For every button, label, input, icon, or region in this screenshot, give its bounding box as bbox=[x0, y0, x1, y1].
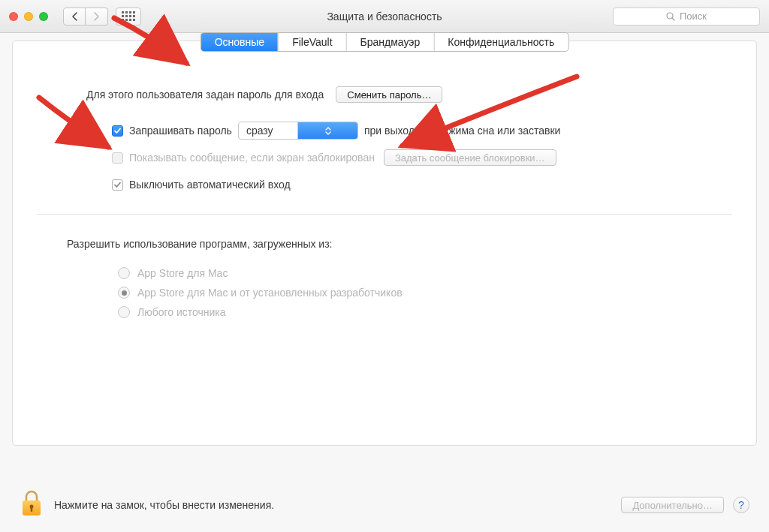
titlebar: Защита и безопасность Поиск bbox=[0, 0, 769, 33]
change-password-button[interactable]: Сменить пароль… bbox=[336, 86, 442, 103]
content-area: Основные FileVault Брандмауэр Конфиденци… bbox=[0, 33, 769, 478]
radio-appstore bbox=[118, 267, 130, 279]
svg-rect-4 bbox=[31, 507, 33, 512]
search-input[interactable]: Поиск bbox=[613, 8, 760, 26]
settings-panel: Основные FileVault Брандмауэр Конфиденци… bbox=[12, 41, 757, 446]
radio-appstore-dev-label: App Store для Mac и от установленных раз… bbox=[137, 287, 403, 299]
search-placeholder: Поиск bbox=[680, 11, 707, 22]
radio-appstore-dev bbox=[118, 287, 130, 299]
tab-bar: Основные FileVault Брандмауэр Конфиденци… bbox=[201, 32, 569, 52]
allow-apps-heading: Разрешить использование программ, загруж… bbox=[67, 238, 332, 250]
radio-anywhere bbox=[118, 306, 130, 318]
tab-filevault[interactable]: FileVault bbox=[279, 33, 346, 51]
after-sleep-text: при выходе из режима сна или заставки bbox=[364, 125, 561, 137]
disable-autologin-label: Выключить автоматический вход bbox=[129, 179, 291, 191]
require-password-delay-dropdown[interactable]: сразу bbox=[238, 122, 358, 140]
footer: Нажмите на замок, чтобы внести изменения… bbox=[0, 478, 769, 532]
back-button[interactable] bbox=[63, 8, 86, 26]
lock-hint-text: Нажмите на замок, чтобы внести изменения… bbox=[54, 499, 274, 511]
search-icon bbox=[666, 12, 675, 21]
close-window-button[interactable] bbox=[9, 12, 18, 21]
password-set-text: Для этого пользователя задан пароль для … bbox=[86, 89, 324, 101]
help-button[interactable]: ? bbox=[733, 497, 749, 513]
radio-anywhere-label: Любого источника bbox=[137, 306, 226, 318]
chevron-updown-icon bbox=[297, 122, 357, 139]
window-title: Защита и безопасность bbox=[327, 11, 442, 23]
minimize-window-button[interactable] bbox=[24, 12, 33, 21]
radio-appstore-label: App Store для Mac bbox=[137, 267, 228, 279]
advanced-button[interactable]: Дополнительно… bbox=[621, 497, 724, 513]
show-lock-message-label: Показывать сообщение, если экран заблоки… bbox=[129, 152, 375, 164]
svg-line-1 bbox=[672, 18, 674, 20]
set-lock-message-button: Задать сообщение блокировки… bbox=[384, 149, 556, 166]
divider bbox=[37, 214, 732, 215]
tab-firewall[interactable]: Брандмауэр bbox=[347, 33, 435, 51]
forward-button[interactable] bbox=[86, 8, 108, 26]
tab-general[interactable]: Основные bbox=[201, 33, 279, 51]
dropdown-value: сразу bbox=[239, 125, 298, 137]
general-section: Для этого пользователя задан пароль для … bbox=[13, 85, 756, 318]
tab-privacy[interactable]: Конфиденциальность bbox=[434, 33, 568, 51]
show-all-button[interactable] bbox=[116, 8, 141, 26]
require-password-label: Запрашивать пароль bbox=[129, 125, 232, 137]
disable-autologin-checkbox[interactable] bbox=[112, 179, 123, 191]
window-controls bbox=[9, 12, 48, 21]
nav-buttons bbox=[63, 8, 108, 26]
grid-icon bbox=[122, 11, 135, 21]
maximize-window-button[interactable] bbox=[39, 12, 48, 21]
lock-icon[interactable] bbox=[20, 488, 44, 521]
show-lock-message-checkbox bbox=[112, 152, 123, 164]
require-password-checkbox[interactable] bbox=[112, 125, 123, 137]
